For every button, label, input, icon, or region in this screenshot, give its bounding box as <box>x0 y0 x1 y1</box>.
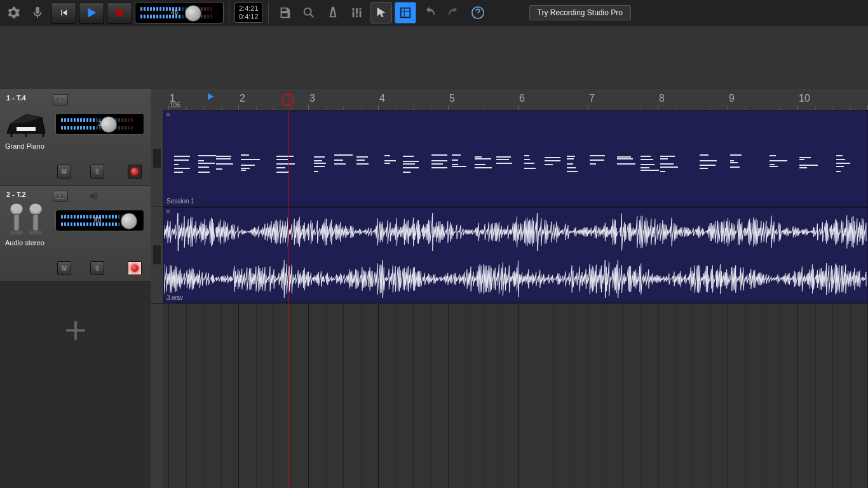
toolbar: 46 2:4:21 0:4:12 Try Recording Studio Pr… <box>0 0 868 25</box>
clip-label: 3.wav <box>166 294 183 301</box>
timecode-bars: 2:4:21 <box>239 4 259 13</box>
mixer-button[interactable] <box>346 2 368 24</box>
zoom-button[interactable] <box>298 2 320 24</box>
range-tool-button[interactable] <box>395 2 416 24</box>
settings-button[interactable] <box>3 2 24 24</box>
record-arm-button[interactable] <box>128 261 142 275</box>
fx-button[interactable]: FX <box>53 191 68 202</box>
svg-point-10 <box>29 203 42 215</box>
workspace: 1 - T.4 FX Grand Piano 35 M S 2 - T.2 FX <box>0 25 868 488</box>
redo-button[interactable] <box>443 2 465 24</box>
pointer-tool-button[interactable] <box>370 2 392 24</box>
track-id: 2 - T.2 <box>6 191 144 198</box>
bar-number: 1 <box>170 93 175 104</box>
ruler[interactable]: 105 1234567891011 <box>163 89 868 111</box>
record-arm-button[interactable] <box>128 165 142 179</box>
track-lane-2[interactable]: 3.wav <box>163 207 868 304</box>
track-volume-slider[interactable]: 80 <box>55 210 144 231</box>
bar-number: 2 <box>240 93 245 104</box>
rewind-button[interactable] <box>51 2 76 24</box>
save-button[interactable] <box>274 2 295 24</box>
track-volume-knob[interactable] <box>121 213 137 229</box>
track-minimap-item[interactable] <box>151 207 163 304</box>
svg-rect-11 <box>33 214 38 231</box>
solo-button[interactable]: S <box>90 165 104 179</box>
master-volume-meter[interactable]: 46 <box>135 2 224 24</box>
track-lane-1[interactable]: Session 1 <box>163 111 868 207</box>
track-volume-value: 80 <box>94 217 101 224</box>
track-minimap-item[interactable] <box>151 111 163 207</box>
svg-point-7 <box>10 203 23 215</box>
play-button[interactable] <box>79 2 104 24</box>
track-volume-slider[interactable]: 35 <box>55 113 144 135</box>
instrument-icon-piano[interactable] <box>4 107 48 141</box>
bar-number: 5 <box>449 93 455 104</box>
midi-clip[interactable]: Session 1 <box>163 111 868 207</box>
track-header-2[interactable]: 2 - T.2 FX Audio stereo 80 M S <box>0 186 151 282</box>
fx-button[interactable]: FX <box>53 94 68 105</box>
speaker-icon[interactable] <box>87 191 100 205</box>
add-track-button[interactable] <box>0 282 151 379</box>
help-button[interactable] <box>467 2 489 24</box>
svg-rect-8 <box>14 214 19 231</box>
svg-rect-6 <box>17 127 36 131</box>
svg-rect-2 <box>352 10 354 12</box>
audio-clip[interactable]: 3.wav <box>163 207 868 303</box>
master-volume-value: 46 <box>171 9 178 16</box>
metronome-button[interactable] <box>322 2 344 24</box>
track-name: Grand Piano <box>5 142 44 150</box>
svg-rect-9 <box>10 231 23 234</box>
svg-point-1 <box>304 8 311 15</box>
bar-number: 9 <box>729 93 735 104</box>
bar-number: 3 <box>309 93 315 104</box>
record-button[interactable] <box>107 2 132 24</box>
bar-number: 10 <box>799 93 810 104</box>
bar-number: 4 <box>379 93 385 104</box>
clip-label: Session 1 <box>166 198 194 205</box>
bar-number: 6 <box>519 93 525 104</box>
playhead-marker-icon[interactable] <box>205 92 215 104</box>
track-id: 1 - T.4 <box>6 94 144 102</box>
mic-input-button[interactable] <box>27 2 48 24</box>
bar-number: 7 <box>589 93 595 104</box>
svg-rect-12 <box>29 231 42 234</box>
playhead[interactable] <box>288 89 288 488</box>
mute-button[interactable]: M <box>57 165 71 179</box>
mute-button[interactable]: M <box>57 261 71 275</box>
timecode-display[interactable]: 2:4:21 0:4:12 <box>234 3 263 23</box>
track-name: Audio stereo <box>5 239 44 247</box>
track-minimap-column <box>151 89 163 488</box>
track-header-1[interactable]: 1 - T.4 FX Grand Piano 35 M S <box>0 89 151 186</box>
solo-button[interactable]: S <box>90 261 104 275</box>
bar-number: 8 <box>659 93 665 104</box>
master-volume-knob[interactable] <box>185 5 201 22</box>
undo-button[interactable] <box>419 2 440 24</box>
svg-rect-3 <box>356 13 358 15</box>
timecode-time: 0:4:12 <box>239 13 259 21</box>
promo-button[interactable]: Try Recording Studio Pro <box>529 5 631 20</box>
track-header-panel: 1 - T.4 FX Grand Piano 35 M S 2 - T.2 FX <box>0 89 151 488</box>
svg-rect-4 <box>359 9 361 11</box>
instrument-icon-mic[interactable] <box>4 203 48 238</box>
track-volume-value: 35 <box>98 120 105 127</box>
timeline-area: 105 1234567891011 Session 1 3.wav <box>163 89 868 488</box>
svg-point-0 <box>116 9 123 16</box>
